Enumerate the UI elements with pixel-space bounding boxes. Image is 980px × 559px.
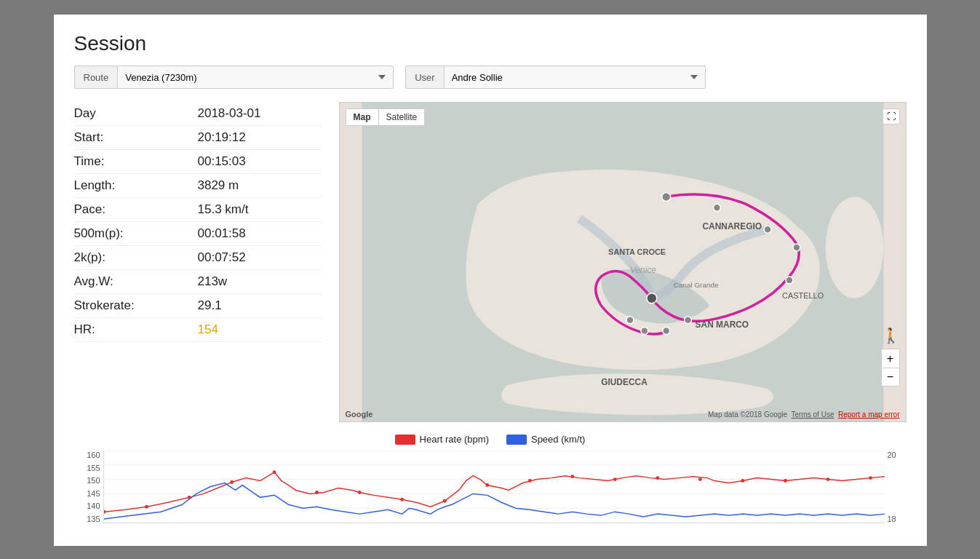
svg-text:Venice: Venice	[629, 265, 656, 275]
chart-legend: Heart rate (bpm)Speed (km/t)	[74, 434, 907, 445]
svg-point-32	[400, 498, 404, 501]
stat-label: Strokerate:	[74, 298, 198, 313]
report-map-error-link[interactable]: Report a map error	[838, 411, 899, 419]
stat-value: 154	[198, 322, 218, 337]
svg-point-39	[698, 477, 701, 481]
main-card: Session Route Venezia (7230m) User Andre…	[54, 15, 927, 546]
main-content: Day2018-03-01Start:20:19:12Time:00:15:03…	[74, 102, 907, 422]
map-zoom-controls: + −	[881, 349, 900, 386]
svg-point-7	[684, 317, 691, 324]
map-zoom-in-button[interactable]: +	[881, 349, 900, 368]
svg-point-36	[570, 475, 574, 478]
user-filter-group: User Andre Sollie	[405, 66, 705, 89]
legend-swatch	[506, 435, 527, 445]
svg-point-26	[145, 505, 148, 509]
svg-point-1	[825, 197, 883, 298]
y-axis-label: 140	[74, 501, 100, 510]
legend-item: Speed (km/t)	[506, 434, 585, 445]
svg-point-31	[357, 491, 361, 494]
stat-row: 500m(p):00:01:58	[74, 222, 322, 246]
svg-point-37	[613, 477, 616, 481]
stat-row: 2k(p):00:07:52	[74, 246, 322, 270]
pegman-icon: 🚶	[882, 328, 900, 344]
stat-label: Start:	[74, 130, 198, 145]
svg-text:CANNAREGIO: CANNAREGIO	[702, 221, 762, 231]
user-label: User	[405, 66, 443, 89]
y-axis-label: 145	[74, 489, 100, 498]
svg-point-3	[713, 204, 720, 211]
map-expand-button[interactable]: ⛶	[883, 108, 900, 124]
svg-point-29	[272, 470, 276, 474]
chart-canvas	[103, 451, 885, 523]
filter-row: Route Venezia (7230m) User Andre Sollie	[74, 66, 907, 89]
map-pegman-control[interactable]: 🚶	[882, 326, 900, 345]
map-zoom-out-button[interactable]: −	[881, 368, 900, 386]
stat-row: Pace:15.3 km/t	[74, 198, 322, 222]
stat-label: Avg.W:	[74, 274, 198, 289]
stat-value: 2018-03-01	[198, 106, 261, 121]
map-btn-map[interactable]: Map	[346, 109, 379, 125]
stat-value: 29.1	[198, 298, 222, 313]
stat-value: 00:15:03	[198, 154, 246, 169]
stat-label: 2k(p):	[74, 250, 198, 265]
stat-row: Length:3829 m	[74, 174, 322, 198]
route-label: Route	[74, 66, 118, 89]
stat-label: HR:	[74, 322, 198, 337]
y-axis-label-right: 20	[888, 451, 907, 459]
svg-point-43	[869, 476, 872, 480]
stat-label: Pace:	[74, 202, 198, 217]
route-select[interactable]: Venezia (7230m)	[117, 66, 394, 89]
svg-point-4	[764, 226, 771, 233]
stat-label: 500m(p):	[74, 226, 198, 241]
stat-value: 3829 m	[198, 178, 239, 193]
map-attribution: Map data ©2018 Google Terms of Use Repor…	[708, 411, 899, 419]
y-axis-label: 135	[74, 515, 100, 523]
svg-text:SAN MARCO: SAN MARCO	[695, 320, 749, 330]
stat-row: Start:20:19:12	[74, 126, 322, 150]
stat-value: 15.3 km/t	[198, 202, 249, 217]
stat-row: Strokerate:29.1	[74, 294, 322, 318]
expand-icon: ⛶	[887, 111, 896, 122]
google-logo: Google	[346, 410, 373, 419]
svg-text:Canal Grande: Canal Grande	[673, 281, 718, 289]
svg-point-5	[792, 244, 800, 251]
svg-text:GIUDECCA: GIUDECCA	[601, 377, 648, 387]
stat-row: Day2018-03-01	[74, 102, 322, 126]
page-background: Session Route Venezia (7230m) User Andre…	[0, 0, 980, 559]
stat-row: Time:00:15:03	[74, 150, 322, 174]
svg-point-11	[646, 293, 656, 304]
y-axis-label: 160	[74, 451, 100, 459]
stat-label: Length:	[74, 178, 198, 193]
svg-point-41	[783, 479, 786, 483]
svg-point-2	[661, 192, 670, 201]
svg-point-38	[656, 476, 659, 480]
legend-label: Heart rate (bpm)	[420, 434, 489, 445]
chart-y-axis-left: 160155150145140135	[74, 451, 103, 523]
y-axis-label: 155	[74, 464, 100, 472]
map-type-controls: Map Satellite	[346, 108, 426, 126]
chart-wrapper: 160155150145140135	[74, 451, 907, 523]
svg-point-9	[640, 328, 648, 335]
page-title: Session	[74, 32, 907, 55]
svg-point-25	[104, 510, 105, 514]
map-container: CANNAREGIO SANTA CROCE SAN MARCO CASTELL…	[339, 102, 907, 422]
terms-of-use-link[interactable]: Terms of Use	[792, 411, 834, 419]
legend-label: Speed (km/t)	[531, 434, 585, 445]
stat-row: HR:154	[74, 318, 322, 342]
legend-item: Heart rate (bpm)	[395, 434, 489, 445]
stat-label: Time:	[74, 154, 198, 169]
svg-point-35	[527, 479, 531, 483]
route-filter-group: Route Venezia (7230m)	[74, 66, 394, 89]
map-btn-satellite[interactable]: Satellite	[379, 109, 425, 125]
svg-point-30	[315, 491, 319, 494]
y-axis-label: 150	[74, 476, 100, 485]
user-select[interactable]: Andre Sollie	[444, 66, 706, 89]
chart-section: Heart rate (bpm)Speed (km/t) 16015515014…	[74, 434, 907, 531]
svg-point-33	[442, 499, 446, 503]
legend-swatch	[395, 435, 415, 445]
svg-point-10	[626, 317, 633, 324]
stat-value: 20:19:12	[198, 130, 246, 145]
svg-point-8	[662, 328, 669, 335]
svg-text:SANTA CROCE: SANTA CROCE	[608, 247, 666, 256]
svg-point-34	[485, 483, 489, 487]
